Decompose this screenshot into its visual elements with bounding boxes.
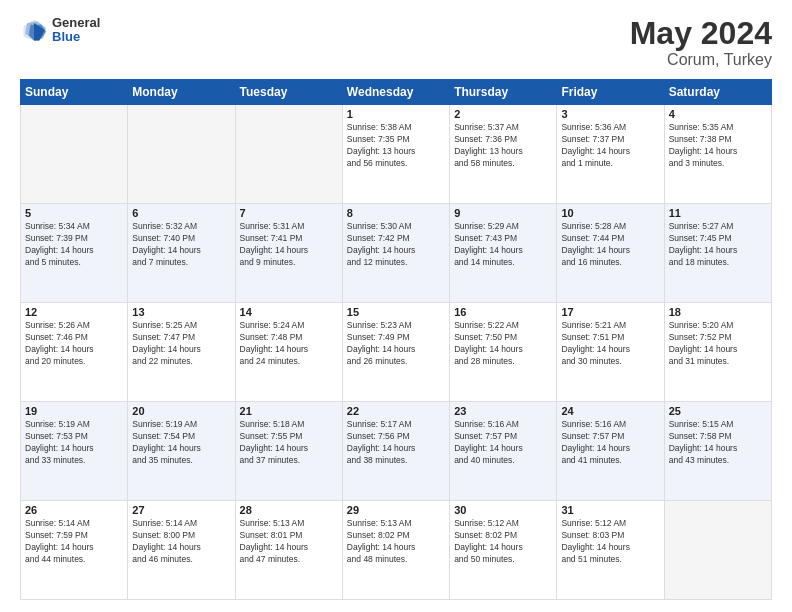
day-number: 28	[240, 504, 338, 516]
day-info: Sunrise: 5:13 AM Sunset: 8:02 PM Dayligh…	[347, 518, 445, 566]
day-number: 14	[240, 306, 338, 318]
day-info: Sunrise: 5:35 AM Sunset: 7:38 PM Dayligh…	[669, 122, 767, 170]
calendar-cell: 17Sunrise: 5:21 AM Sunset: 7:51 PM Dayli…	[557, 303, 664, 402]
weekday-header-saturday: Saturday	[664, 80, 771, 105]
calendar-cell: 24Sunrise: 5:16 AM Sunset: 7:57 PM Dayli…	[557, 402, 664, 501]
day-number: 23	[454, 405, 552, 417]
calendar-cell: 23Sunrise: 5:16 AM Sunset: 7:57 PM Dayli…	[450, 402, 557, 501]
day-info: Sunrise: 5:18 AM Sunset: 7:55 PM Dayligh…	[240, 419, 338, 467]
day-number: 11	[669, 207, 767, 219]
calendar-cell: 11Sunrise: 5:27 AM Sunset: 7:45 PM Dayli…	[664, 204, 771, 303]
day-info: Sunrise: 5:27 AM Sunset: 7:45 PM Dayligh…	[669, 221, 767, 269]
day-number: 7	[240, 207, 338, 219]
calendar-cell: 19Sunrise: 5:19 AM Sunset: 7:53 PM Dayli…	[21, 402, 128, 501]
calendar-cell: 21Sunrise: 5:18 AM Sunset: 7:55 PM Dayli…	[235, 402, 342, 501]
day-number: 27	[132, 504, 230, 516]
calendar-cell: 12Sunrise: 5:26 AM Sunset: 7:46 PM Dayli…	[21, 303, 128, 402]
weekday-header-tuesday: Tuesday	[235, 80, 342, 105]
day-number: 31	[561, 504, 659, 516]
day-number: 25	[669, 405, 767, 417]
day-number: 12	[25, 306, 123, 318]
day-info: Sunrise: 5:36 AM Sunset: 7:37 PM Dayligh…	[561, 122, 659, 170]
day-info: Sunrise: 5:23 AM Sunset: 7:49 PM Dayligh…	[347, 320, 445, 368]
logo-icon	[20, 16, 48, 44]
calendar-cell	[235, 105, 342, 204]
day-info: Sunrise: 5:19 AM Sunset: 7:54 PM Dayligh…	[132, 419, 230, 467]
calendar-cell: 25Sunrise: 5:15 AM Sunset: 7:58 PM Dayli…	[664, 402, 771, 501]
day-number: 13	[132, 306, 230, 318]
day-info: Sunrise: 5:19 AM Sunset: 7:53 PM Dayligh…	[25, 419, 123, 467]
day-number: 30	[454, 504, 552, 516]
day-info: Sunrise: 5:20 AM Sunset: 7:52 PM Dayligh…	[669, 320, 767, 368]
calendar-cell: 22Sunrise: 5:17 AM Sunset: 7:56 PM Dayli…	[342, 402, 449, 501]
day-info: Sunrise: 5:12 AM Sunset: 8:03 PM Dayligh…	[561, 518, 659, 566]
calendar-cell: 5Sunrise: 5:34 AM Sunset: 7:39 PM Daylig…	[21, 204, 128, 303]
calendar-cell: 27Sunrise: 5:14 AM Sunset: 8:00 PM Dayli…	[128, 501, 235, 600]
day-info: Sunrise: 5:34 AM Sunset: 7:39 PM Dayligh…	[25, 221, 123, 269]
day-number: 22	[347, 405, 445, 417]
week-row-2: 5Sunrise: 5:34 AM Sunset: 7:39 PM Daylig…	[21, 204, 772, 303]
day-number: 24	[561, 405, 659, 417]
calendar-cell: 3Sunrise: 5:36 AM Sunset: 7:37 PM Daylig…	[557, 105, 664, 204]
weekday-header-monday: Monday	[128, 80, 235, 105]
day-info: Sunrise: 5:13 AM Sunset: 8:01 PM Dayligh…	[240, 518, 338, 566]
page: General Blue May 2024 Corum, Turkey Sund…	[0, 0, 792, 612]
calendar-cell: 31Sunrise: 5:12 AM Sunset: 8:03 PM Dayli…	[557, 501, 664, 600]
day-number: 4	[669, 108, 767, 120]
day-info: Sunrise: 5:16 AM Sunset: 7:57 PM Dayligh…	[454, 419, 552, 467]
day-info: Sunrise: 5:37 AM Sunset: 7:36 PM Dayligh…	[454, 122, 552, 170]
calendar-cell: 13Sunrise: 5:25 AM Sunset: 7:47 PM Dayli…	[128, 303, 235, 402]
day-info: Sunrise: 5:22 AM Sunset: 7:50 PM Dayligh…	[454, 320, 552, 368]
header: General Blue May 2024 Corum, Turkey	[20, 16, 772, 69]
day-number: 15	[347, 306, 445, 318]
day-info: Sunrise: 5:28 AM Sunset: 7:44 PM Dayligh…	[561, 221, 659, 269]
day-info: Sunrise: 5:38 AM Sunset: 7:35 PM Dayligh…	[347, 122, 445, 170]
day-number: 6	[132, 207, 230, 219]
calendar-cell: 28Sunrise: 5:13 AM Sunset: 8:01 PM Dayli…	[235, 501, 342, 600]
calendar-cell: 30Sunrise: 5:12 AM Sunset: 8:02 PM Dayli…	[450, 501, 557, 600]
day-number: 19	[25, 405, 123, 417]
calendar-cell: 2Sunrise: 5:37 AM Sunset: 7:36 PM Daylig…	[450, 105, 557, 204]
day-number: 17	[561, 306, 659, 318]
calendar-cell: 1Sunrise: 5:38 AM Sunset: 7:35 PM Daylig…	[342, 105, 449, 204]
day-info: Sunrise: 5:26 AM Sunset: 7:46 PM Dayligh…	[25, 320, 123, 368]
day-info: Sunrise: 5:21 AM Sunset: 7:51 PM Dayligh…	[561, 320, 659, 368]
week-row-4: 19Sunrise: 5:19 AM Sunset: 7:53 PM Dayli…	[21, 402, 772, 501]
day-info: Sunrise: 5:17 AM Sunset: 7:56 PM Dayligh…	[347, 419, 445, 467]
calendar-cell: 8Sunrise: 5:30 AM Sunset: 7:42 PM Daylig…	[342, 204, 449, 303]
day-number: 18	[669, 306, 767, 318]
week-row-1: 1Sunrise: 5:38 AM Sunset: 7:35 PM Daylig…	[21, 105, 772, 204]
day-info: Sunrise: 5:32 AM Sunset: 7:40 PM Dayligh…	[132, 221, 230, 269]
calendar-cell: 4Sunrise: 5:35 AM Sunset: 7:38 PM Daylig…	[664, 105, 771, 204]
calendar-cell	[664, 501, 771, 600]
day-number: 5	[25, 207, 123, 219]
weekday-header-wednesday: Wednesday	[342, 80, 449, 105]
day-number: 9	[454, 207, 552, 219]
calendar-cell: 15Sunrise: 5:23 AM Sunset: 7:49 PM Dayli…	[342, 303, 449, 402]
day-number: 20	[132, 405, 230, 417]
day-number: 10	[561, 207, 659, 219]
day-number: 1	[347, 108, 445, 120]
day-number: 29	[347, 504, 445, 516]
day-info: Sunrise: 5:14 AM Sunset: 8:00 PM Dayligh…	[132, 518, 230, 566]
day-number: 3	[561, 108, 659, 120]
week-row-3: 12Sunrise: 5:26 AM Sunset: 7:46 PM Dayli…	[21, 303, 772, 402]
calendar-cell: 9Sunrise: 5:29 AM Sunset: 7:43 PM Daylig…	[450, 204, 557, 303]
day-number: 16	[454, 306, 552, 318]
weekday-header-friday: Friday	[557, 80, 664, 105]
day-number: 8	[347, 207, 445, 219]
calendar-table: SundayMondayTuesdayWednesdayThursdayFrid…	[20, 79, 772, 600]
day-info: Sunrise: 5:14 AM Sunset: 7:59 PM Dayligh…	[25, 518, 123, 566]
calendar-cell: 29Sunrise: 5:13 AM Sunset: 8:02 PM Dayli…	[342, 501, 449, 600]
calendar-cell: 14Sunrise: 5:24 AM Sunset: 7:48 PM Dayli…	[235, 303, 342, 402]
day-info: Sunrise: 5:15 AM Sunset: 7:58 PM Dayligh…	[669, 419, 767, 467]
calendar-title: May 2024	[630, 16, 772, 51]
day-info: Sunrise: 5:30 AM Sunset: 7:42 PM Dayligh…	[347, 221, 445, 269]
calendar-subtitle: Corum, Turkey	[630, 51, 772, 69]
title-block: May 2024 Corum, Turkey	[630, 16, 772, 69]
day-number: 2	[454, 108, 552, 120]
logo: General Blue	[20, 16, 100, 45]
weekday-header-sunday: Sunday	[21, 80, 128, 105]
week-row-5: 26Sunrise: 5:14 AM Sunset: 7:59 PM Dayli…	[21, 501, 772, 600]
logo-text: General Blue	[52, 16, 100, 45]
